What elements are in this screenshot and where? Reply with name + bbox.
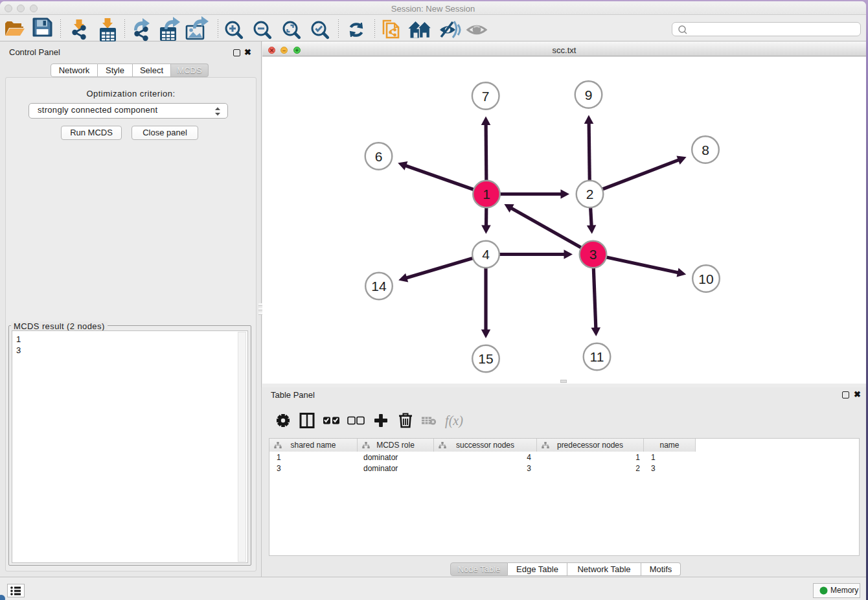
svg-text:10: 10 bbox=[698, 271, 713, 286]
svg-text:8: 8 bbox=[702, 143, 709, 157]
svg-text:9: 9 bbox=[585, 87, 593, 102]
svg-text:15: 15 bbox=[478, 351, 493, 366]
svg-text:14: 14 bbox=[371, 279, 387, 294]
svg-text:1: 1 bbox=[483, 187, 490, 202]
svg-text:4: 4 bbox=[482, 247, 490, 262]
svg-text:3: 3 bbox=[589, 247, 597, 262]
svg-text:f(x): f(x) bbox=[445, 413, 463, 428]
svg-text:11: 11 bbox=[590, 349, 604, 364]
svg-text:7: 7 bbox=[482, 89, 490, 104]
svg-text:6: 6 bbox=[375, 149, 383, 164]
svg-text:2: 2 bbox=[586, 187, 594, 202]
